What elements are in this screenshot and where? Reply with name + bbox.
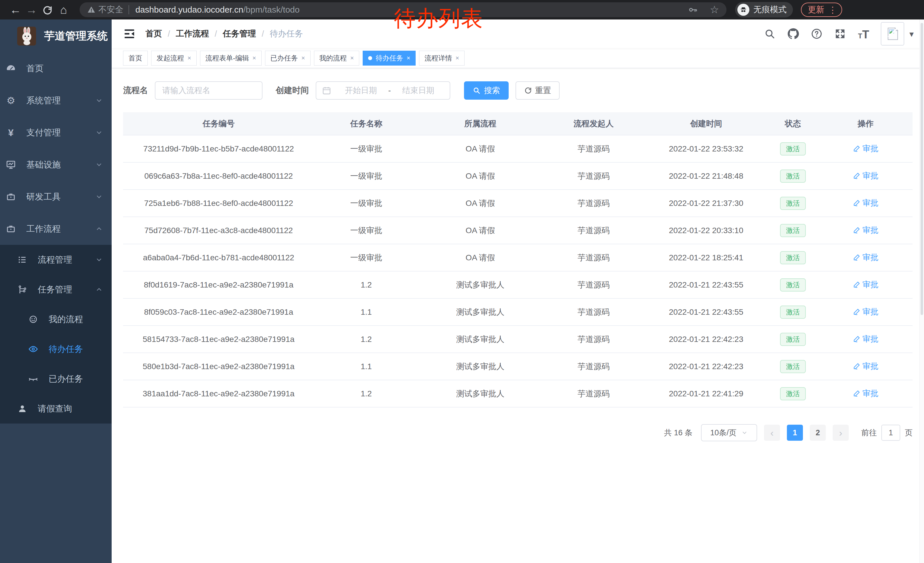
page-size-select[interactable]: 10条/页 [701,424,757,441]
divider [129,5,129,14]
col-create-time: 创建时间 [645,112,767,135]
cell-actions: 审批 [819,135,912,162]
status-badge: 激活 [780,306,806,319]
breadcrumb-workflow[interactable]: 工作流程 [176,28,209,39]
cell-create-time: 2022-01-21 22:43:55 [645,299,767,326]
cell-status: 激活 [767,271,818,299]
breadcrumb-home[interactable]: 首页 [146,28,162,39]
cell-process: OA 请假 [418,244,542,271]
cell-process: 测试多审批人 [418,271,542,299]
date-range-picker[interactable]: 开始日期 - 结束日期 [316,81,450,100]
avatar[interactable] [881,22,904,45]
avatar-caret-icon[interactable]: ▾ [909,29,914,39]
close-icon[interactable]: × [406,55,410,61]
sidebar-item-done-tasks[interactable]: 已办任务 [0,364,112,394]
tab-form-edit[interactable]: 流程表单-编辑× [200,51,262,66]
approve-link[interactable]: 审批 [853,279,879,290]
approve-link[interactable]: 审批 [853,252,879,263]
key-icon[interactable] [688,5,698,15]
close-icon[interactable]: × [252,55,256,61]
approve-link[interactable]: 审批 [853,306,879,317]
pen-icon [853,281,860,288]
cell-task-name: 一级审批 [314,217,418,244]
sidebar-collapse-icon[interactable] [123,27,136,40]
bookmark-star-icon[interactable]: ☆ [710,4,719,16]
sidebar-item-pay[interactable]: ¥ 支付管理 [0,117,112,149]
help-icon[interactable] [811,28,822,39]
tab-process-detail[interactable]: 流程详情× [419,51,465,66]
approve-link[interactable]: 审批 [853,143,879,154]
font-size-icon[interactable]: TT [858,28,869,39]
process-name-input[interactable] [155,81,262,100]
update-button[interactable]: 更新 ⋮ [801,3,842,17]
github-icon[interactable] [788,28,799,39]
cell-task-name: 一级审批 [314,189,418,217]
close-icon[interactable]: × [455,55,459,61]
status-badge: 激活 [780,142,806,156]
logo-avatar [17,27,36,45]
cell-actions: 审批 [819,217,912,244]
prev-page-button[interactable]: ‹ [764,425,780,441]
fullscreen-icon[interactable] [834,28,846,39]
cell-starter: 芋道源码 [542,271,645,299]
tab-home[interactable]: 首页 [123,51,148,66]
next-page-button[interactable]: › [833,425,849,441]
tab-done-tasks[interactable]: 已办任务× [265,51,310,66]
close-icon[interactable]: × [188,55,191,61]
sidebar-item-todo-tasks[interactable]: 待办任务 [0,334,112,364]
start-date-placeholder[interactable]: 开始日期 [335,85,386,96]
navbar: 首页 / 工作流程 / 任务管理 / 待办任务 TT ▾ [112,20,924,48]
sidebar-item-system[interactable]: ⚙ 系统管理 [0,84,112,117]
sidebar-item-leave-query[interactable]: 请假查询 [0,394,112,423]
search-icon [472,87,481,95]
approve-link[interactable]: 审批 [853,170,879,181]
table-row: 8f0d1619-7ac8-11ec-a9e2-a2380e71991a 1.2… [123,271,912,299]
forward-icon[interactable]: → [24,3,39,17]
close-icon[interactable]: × [350,55,354,61]
breadcrumb-task-mgmt[interactable]: 任务管理 [223,28,256,39]
reset-button[interactable]: 重置 [516,81,560,100]
app-title: 芋道管理系统 [44,29,108,43]
approve-link[interactable]: 审批 [853,388,879,399]
page-button-2[interactable]: 2 [810,425,826,441]
sidebar-item-home[interactable]: 首页 [0,53,112,84]
search-button[interactable]: 搜索 [464,81,508,100]
tab-start-process[interactable]: 发起流程× [151,51,196,66]
close-icon[interactable]: × [302,55,305,61]
eye-closed-icon [28,374,38,384]
back-icon[interactable]: ← [8,3,24,17]
cell-task-name: 1.1 [314,353,418,380]
cell-status: 激活 [767,244,818,271]
url-host: dashboard.yudao.iocoder.cn [135,5,243,15]
cell-task-name: 1.2 [314,326,418,353]
sidebar-item-infra[interactable]: 基础设施 [0,149,112,181]
pen-icon [853,308,860,315]
end-date-placeholder[interactable]: 结束日期 [393,85,444,96]
approve-link[interactable]: 审批 [853,333,879,344]
approve-link[interactable]: 审批 [853,225,879,236]
briefcase-icon [6,224,16,234]
page-button-1[interactable]: 1 [787,425,803,441]
sidebar-item-devtools[interactable]: 研发工具 [0,181,112,213]
approve-link[interactable]: 审批 [853,198,879,209]
approve-link[interactable]: 审批 [853,361,879,372]
home-icon[interactable]: ⌂ [56,3,72,17]
reload-icon[interactable] [39,4,56,16]
sidebar-item-workflow[interactable]: 工作流程 [0,213,112,245]
sidebar-item-process-mgmt[interactable]: 流程管理 [0,245,112,275]
scrollbar-thumb[interactable] [921,23,923,315]
search-icon[interactable] [764,28,776,39]
sidebar-item-my-process[interactable]: 我的流程 [0,305,112,334]
refresh-icon [524,87,532,95]
page-scrollbar[interactable] [920,20,924,563]
sidebar-item-task-mgmt[interactable]: 任务管理 [0,275,112,305]
cell-actions: 审批 [819,326,912,353]
tab-my-process[interactable]: 我的流程× [314,51,360,66]
yen-icon: ¥ [6,128,16,138]
goto-page-input[interactable] [881,425,900,441]
tab-todo-tasks[interactable]: 待办任务× [363,51,416,66]
status-badge: 激活 [780,224,806,237]
logo-row[interactable]: 芋道管理系统 [0,20,112,53]
browser-menu-icon[interactable]: ⋮ [828,5,837,15]
cell-starter: 芋道源码 [542,299,645,326]
